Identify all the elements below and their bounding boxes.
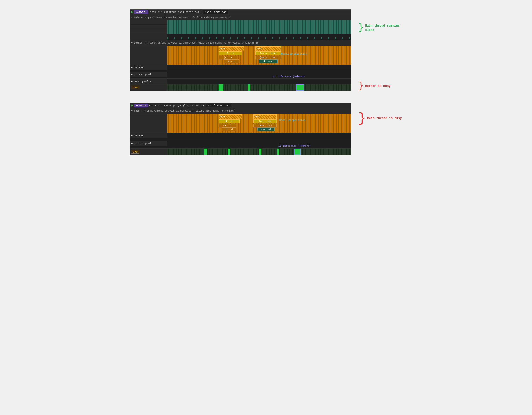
thread-pool-text-2: ▶ Thread pool xyxy=(131,142,151,145)
dd-block: d...d xyxy=(224,59,239,63)
thread-pool-row-1: ▶ Thread pool AI inference (WebGPU) xyxy=(130,70,351,79)
network-row-1: Network -int4.bin (storage.googleapis.co… xyxy=(130,9,351,15)
annotation-main-clean-text: Main thread remains clean xyxy=(365,24,402,32)
panel-2: Network -int4.bin (storage.googleapis.co… xyxy=(130,103,351,155)
anon2-block: (anon...ous) xyxy=(255,56,281,59)
dond-block: do...nd xyxy=(259,59,278,63)
main-thread-rows-1 xyxy=(130,20,351,40)
ai-inference-label-2: AI inference (WebGPU) xyxy=(278,144,311,148)
raster-row-2: ▶ Raster xyxy=(130,133,351,138)
run-masks-label: Run m...asks xyxy=(260,52,276,55)
anon2-label: (anon...ous) xyxy=(260,56,276,59)
dond-label: do...nd xyxy=(263,60,273,63)
anon1-block-2: (a...) xyxy=(219,124,236,127)
run-masks-block: Run m...asks xyxy=(255,51,281,55)
gpu-content-2 xyxy=(167,148,351,155)
gpu-label-1: GPU xyxy=(130,84,167,91)
annotation-worker-busy-text: Worker is busy xyxy=(365,84,390,88)
gpu-text-2: GPU xyxy=(131,150,139,154)
run-sks-block-2: Run...sks xyxy=(253,120,277,123)
task-block-2: Task xyxy=(255,46,281,51)
gpu-green-2d xyxy=(277,148,279,155)
model-download-badge-2: Model download xyxy=(206,104,231,107)
task-block-1: Task xyxy=(219,46,244,51)
annotation-main-clean: } Main thread remains clean xyxy=(358,23,402,33)
task2-label: Task xyxy=(256,47,262,50)
anon1-label-2: (a...) xyxy=(223,124,231,127)
dond-block-2: do...nd xyxy=(257,127,275,131)
dond-label-2: do...nd xyxy=(261,128,271,131)
side-annotations-1: } Main thread remains clean } Worker is … xyxy=(356,9,402,91)
gpu-green-outline-2 xyxy=(294,148,301,155)
main-row-spacer-1c xyxy=(130,29,167,33)
side-annotations-2: } Main thread is busy xyxy=(356,103,402,125)
raster-label-2: ▶ Raster xyxy=(130,133,167,138)
anon1-label: (a...) xyxy=(224,56,232,59)
thread-pool-text-1: ▶ Thread pool xyxy=(131,73,151,76)
annotation-main-busy-text-2: Main thread is busy xyxy=(367,116,402,120)
main-row-spacer-1a xyxy=(130,20,167,24)
gpu-green-2a xyxy=(204,148,208,155)
anon2-block-2: (ano...us) xyxy=(253,124,277,127)
main-thread-row-1b xyxy=(130,25,351,29)
anon2-label-2: (ano...us) xyxy=(258,124,272,127)
gpu-green-2c xyxy=(259,148,261,155)
raster-text-1: ▶ Raster xyxy=(131,66,144,69)
worker-diagram: Network -int4.bin (storage.googleapis.co… xyxy=(130,9,402,91)
main-busy-group-2: Task Task R...s Run...sks (a. xyxy=(130,114,351,133)
main-thread-row-1d xyxy=(130,33,351,40)
thread-pool-row-2: ▶ Thread pool AI inference (WebGPU) xyxy=(130,138,351,148)
dd-block-2: d...d xyxy=(222,127,236,131)
task2-label-2: Task xyxy=(254,116,260,118)
network-badge-1: Network xyxy=(134,10,148,14)
network-row-2: Network -int4.bin (storage.googleapis.co… xyxy=(130,103,351,108)
main-thread-row-1c xyxy=(130,29,351,33)
dd-label: d...d xyxy=(228,60,235,63)
main-row-content-1d xyxy=(167,33,351,40)
main-busy-multi-2: Task Task R...s Run...sks (a. xyxy=(130,114,351,132)
bracket-red-1: } xyxy=(358,82,364,91)
rs-block: R...s xyxy=(219,51,242,55)
anon1-block: (a...) xyxy=(219,56,237,59)
worker-url-label-1: ▼ Worker — https://chrome.dev/web-ai-dem… xyxy=(130,40,351,46)
network-badge-2: Network xyxy=(134,104,148,107)
gpu-label-2: GPU xyxy=(130,148,167,155)
task-block-2b: Task xyxy=(253,114,277,119)
main-thread-row-1a xyxy=(130,20,351,25)
model-prep-label-2: Model preparation xyxy=(279,119,305,122)
raster-label-1: ▶ Raster xyxy=(130,65,167,70)
main-url-row-1: ▼ Main — https://chrome.dev/web-ai-demos… xyxy=(130,15,351,20)
rs-block-2: R...s xyxy=(219,120,240,123)
gpu-green-1a xyxy=(219,84,223,91)
memory-infra-text-1: ▶ MemoryInfra xyxy=(131,80,151,83)
main-url-label-1: ▼ Main — https://chrome.dev/web-ai-demos… xyxy=(130,15,351,20)
main-row-spacer-1b xyxy=(130,25,167,29)
model-download-badge-1: Model download xyxy=(203,10,228,14)
thread-pool-label-1: ▶ Thread pool xyxy=(130,72,167,77)
bracket-red-2: } xyxy=(358,112,366,125)
gpu-green-2b xyxy=(228,148,230,155)
memory-infra-row-1: ▶ MemoryInfra xyxy=(130,79,351,84)
gpu-text-1: GPU xyxy=(131,86,139,89)
main-row-spacer-1d xyxy=(130,33,167,40)
annotation-worker-busy: } Worker is busy xyxy=(358,82,402,91)
worker-url-row-1: ▼ Worker — https://chrome.dev/web-ai-dem… xyxy=(130,40,351,46)
dd-label-2: d...d xyxy=(226,128,233,131)
task1-label-2: Task xyxy=(220,116,225,118)
gpu-row-1: GPU xyxy=(130,84,351,91)
ai-inference-label-1: AI inference (WebGPU) xyxy=(273,75,305,78)
task1-label: Task xyxy=(220,47,225,50)
raster-row-1: ▶ Raster xyxy=(130,65,351,70)
run-sks-label-2: Run...sks xyxy=(259,120,271,123)
gpu-row-2: GPU xyxy=(130,148,351,155)
model-prep-label-1: Model preparation xyxy=(281,52,307,56)
no-worker-diagram: Network -int4.bin (storage.googleapis.co… xyxy=(130,103,402,155)
bracket-green-1: } xyxy=(358,23,364,33)
main-thread-group-1 xyxy=(130,20,351,40)
gpu-green-outline-1 xyxy=(296,84,304,91)
rs-label: R...s xyxy=(227,52,234,55)
panel-1: Network -int4.bin (storage.googleapis.co… xyxy=(130,9,351,91)
worker-content-1: Task Task R...s Run m...asks xyxy=(167,46,351,65)
network-filename-2: -int4.bin (storage.googleapis.co...) xyxy=(149,104,204,107)
play-icon-2 xyxy=(131,104,133,107)
